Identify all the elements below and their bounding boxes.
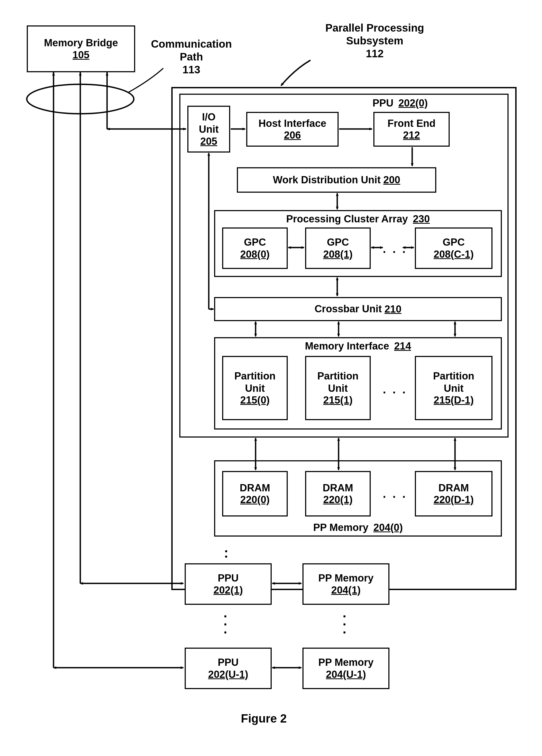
ppmem0-title: PP Memory 204(0) bbox=[215, 522, 501, 533]
svg-point-0 bbox=[27, 84, 134, 114]
pca-title: Processing Cluster Array 230 bbox=[215, 213, 501, 225]
partition1-num: 215(1) bbox=[323, 394, 353, 406]
mi-title-num: 214 bbox=[394, 340, 411, 352]
ppuN-block: PPU 202(U-1) bbox=[185, 648, 272, 689]
ppu0-title-num: 202(0) bbox=[398, 97, 428, 109]
ppu-row-ellipsis: ... bbox=[223, 609, 227, 633]
ppmem-row-ellipsis: ... bbox=[343, 609, 346, 633]
gpcN-num: 208(C-1) bbox=[434, 249, 474, 260]
memory-bridge-block: Memory Bridge 105 bbox=[27, 25, 135, 72]
gpcN-block: GPC 208(C-1) bbox=[415, 227, 492, 269]
gpc1-label: GPC bbox=[327, 236, 349, 249]
front-end-block: Front End 212 bbox=[373, 112, 450, 147]
ppmemN-num: 204(U-1) bbox=[326, 669, 366, 680]
gpc1-num: 208(1) bbox=[323, 249, 353, 260]
partition1-block: Partition Unit 215(1) bbox=[305, 356, 371, 420]
ppuN-num: 202(U-1) bbox=[208, 669, 248, 680]
ppmemN-label: PP Memory bbox=[318, 656, 373, 669]
io-unit-block: I/O Unit 205 bbox=[187, 106, 230, 153]
ppmem0-title-num: 204(0) bbox=[373, 522, 403, 533]
mi-title-label: Memory Interface bbox=[305, 340, 389, 352]
partition-ellipsis: . . . bbox=[383, 383, 407, 396]
crossbar-label: Crossbar Unit bbox=[314, 303, 382, 315]
front-end-label: Front End bbox=[388, 117, 435, 130]
wdu-block: Work Distribution Unit 200 bbox=[237, 167, 436, 193]
memory-bridge-num: 105 bbox=[73, 49, 89, 61]
partition1-label: Partition Unit bbox=[317, 370, 358, 394]
comm-path-label: Communication Path113 bbox=[146, 37, 237, 76]
io-unit-num: 205 bbox=[200, 136, 217, 147]
gpc0-num: 208(0) bbox=[240, 249, 270, 260]
io-unit-label: I/O Unit bbox=[199, 111, 219, 135]
partitionN-num: 215(D-1) bbox=[434, 394, 474, 406]
dram1-label: DRAM bbox=[323, 482, 353, 494]
dramN-block: DRAM 220(D-1) bbox=[415, 471, 492, 516]
ppmem1-label: PP Memory bbox=[318, 572, 373, 584]
front-end-num: 212 bbox=[403, 130, 420, 141]
gpc0-block: GPC 208(0) bbox=[222, 227, 288, 269]
partition0-num: 215(0) bbox=[240, 394, 270, 406]
crossbar-block: Crossbar Unit 210 bbox=[214, 297, 502, 321]
dram0-label: DRAM bbox=[240, 482, 270, 494]
gpc0-label: GPC bbox=[244, 236, 266, 249]
ppmemN-block: PP Memory 204(U-1) bbox=[302, 648, 389, 689]
ppmem0-title-label: PP Memory bbox=[313, 522, 368, 533]
partition0-block: Partition Unit 215(0) bbox=[222, 356, 288, 420]
host-interface-label: Host Interface bbox=[259, 117, 326, 130]
partition0-label: Partition Unit bbox=[234, 370, 275, 394]
ppmem1-num: 204(1) bbox=[331, 584, 361, 596]
ppu1-label: PPU bbox=[218, 572, 238, 584]
gpc1-block: GPC 208(1) bbox=[305, 227, 371, 269]
dramN-num: 220(D-1) bbox=[434, 494, 474, 506]
ppmem1-block: PP Memory 204(1) bbox=[302, 563, 389, 605]
dram0-block: DRAM 220(0) bbox=[222, 471, 288, 516]
pca-title-num: 230 bbox=[413, 213, 430, 225]
dram1-block: DRAM 220(1) bbox=[305, 471, 371, 516]
partitionN-block: Partition Unit 215(D-1) bbox=[415, 356, 492, 420]
wdu-num: 200 bbox=[383, 174, 400, 186]
subsystem-text: Parallel Processing Subsystem bbox=[325, 22, 424, 47]
ppu1-num: 202(1) bbox=[214, 584, 243, 596]
host-interface-block: Host Interface 206 bbox=[246, 112, 339, 147]
gpc-ellipsis: . . . bbox=[383, 242, 407, 256]
dramN-label: DRAM bbox=[438, 482, 469, 494]
partitionN-label: Partition Unit bbox=[433, 370, 474, 394]
pca-title-label: Processing Cluster Array bbox=[286, 213, 408, 225]
mi-title: Memory Interface 214 bbox=[215, 340, 501, 352]
comm-path-text: Communication Path bbox=[151, 38, 232, 63]
figure-caption: Figure 2 bbox=[241, 712, 287, 725]
ppu1-block: PPU 202(1) bbox=[185, 563, 272, 605]
gpcN-label: GPC bbox=[443, 236, 465, 249]
ppuN-label: PPU bbox=[218, 656, 238, 669]
wdu-label: Work Distribution Unit bbox=[273, 174, 381, 186]
host-interface-num: 206 bbox=[284, 130, 301, 141]
subsystem-label: Parallel Processing Subsystem112 bbox=[314, 21, 435, 60]
dram-ellipsis: . . . bbox=[383, 487, 407, 500]
dram0-num: 220(0) bbox=[240, 494, 270, 506]
ppu0-title-label: PPU bbox=[373, 97, 393, 109]
crossbar-num: 210 bbox=[384, 303, 401, 315]
subsystem-num: 112 bbox=[366, 48, 384, 59]
memory-bridge-label: Memory Bridge bbox=[44, 37, 118, 49]
dram1-num: 220(1) bbox=[323, 494, 353, 506]
comm-path-num: 113 bbox=[183, 64, 200, 75]
